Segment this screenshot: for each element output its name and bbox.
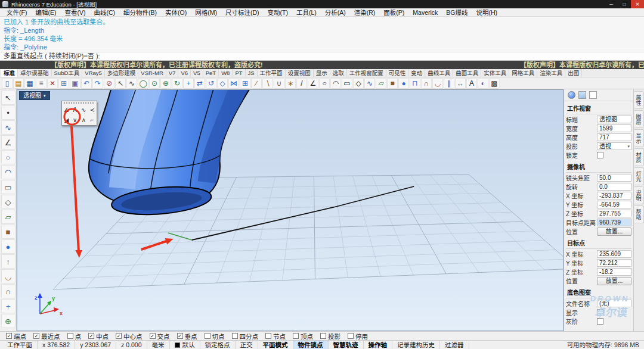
prop-checkbox-locked[interactable] <box>597 152 603 158</box>
osnap-cen[interactable]: ✓中心点 <box>116 332 143 341</box>
toolbar-tab-20[interactable]: 曲线工具 <box>425 69 453 77</box>
osnap-point[interactable]: 点 <box>67 332 82 341</box>
toolbar-tab-4[interactable]: 多边形建模 <box>105 69 139 77</box>
undo-icon[interactable]: ↶ <box>81 78 92 89</box>
osnap-near[interactable]: ✓最近点 <box>33 332 60 341</box>
toolbar-tab-5[interactable]: VSR-MR <box>138 69 166 77</box>
toggle-gumball[interactable]: 操作轴 <box>364 341 393 349</box>
prop-value-target-distance[interactable]: 960.739 <box>597 219 631 226</box>
toolbar-tab-0[interactable]: 标准 <box>1 69 18 77</box>
osnap-knot[interactable]: 节点 <box>265 332 286 341</box>
toolbar-tab-13[interactable]: 工作平面 <box>258 69 286 77</box>
panel-tab-4[interactable]: 灯光 <box>634 167 644 185</box>
box-icon[interactable]: ■ <box>1 225 16 239</box>
osnap-end[interactable]: ✓端点 <box>6 332 26 341</box>
line-icon[interactable]: / <box>296 78 307 89</box>
toolbar-tab-23[interactable]: 网格工具 <box>509 69 537 77</box>
polyline-icon[interactable]: ∠ <box>308 78 318 89</box>
move-icon[interactable]: + <box>1 299 16 313</box>
fillet-icon[interactable]: ◡ <box>1 269 16 283</box>
osnap-checkbox-point[interactable] <box>67 333 73 339</box>
toolbar-tab-21[interactable]: 曲面工具 <box>453 69 481 77</box>
arc-icon[interactable]: ◠ <box>330 78 341 89</box>
osnap-checkbox-vertex[interactable] <box>293 333 299 339</box>
osnap-checkbox-cen[interactable]: ✓ <box>116 333 122 339</box>
move-icon[interactable]: + <box>183 78 194 89</box>
viewport-title-tab[interactable]: 透视图 ▾ <box>19 91 50 100</box>
panel-tab-5[interactable]: 说明 <box>634 186 644 204</box>
polygon-icon[interactable]: ◇ <box>353 78 364 89</box>
osnap-checkbox-perp[interactable]: ✓ <box>177 333 183 339</box>
rotate-view-icon[interactable]: ↻ <box>172 78 182 89</box>
viewport-canvas[interactable]: z x y <box>17 90 563 331</box>
osnap-tan[interactable]: 切点 <box>205 332 225 341</box>
prop-value-cam-z[interactable]: 297.755 <box>597 210 631 217</box>
prop-value-tgt-z[interactable]: -18.2 <box>597 268 631 276</box>
freeform-curve-icon[interactable]: ∿ <box>364 78 375 89</box>
toolbar-tab-10[interactable]: W8 <box>219 69 233 77</box>
print-icon[interactable]: ≡ <box>36 78 47 89</box>
boolean-union-icon[interactable]: ∩ <box>421 78 432 89</box>
join-icon[interactable]: ∪ <box>274 78 284 89</box>
toolbar-tab-11[interactable]: PT <box>233 69 245 77</box>
maximize-button[interactable]: □ <box>618 0 631 8</box>
panel-tab-6[interactable]: 帮助 <box>634 205 644 223</box>
menu-item-11[interactable]: 渲染(R) <box>350 8 380 17</box>
toolbar-tab-6[interactable]: V7 <box>166 69 179 77</box>
osnap-mid[interactable]: ✓中点 <box>88 332 109 341</box>
osnap-checkbox-project[interactable] <box>320 333 326 339</box>
polygon-icon[interactable]: ◇ <box>1 195 16 209</box>
new-file-icon[interactable]: ▯ <box>2 78 13 89</box>
trim-icon[interactable]: ∕ <box>251 78 262 89</box>
toolbar-tab-14[interactable]: 设置视图 <box>286 69 314 77</box>
zoom-icon[interactable]: ⊕ <box>1 314 16 328</box>
page-tab-icon[interactable] <box>589 91 597 99</box>
object-properties-tab-icon[interactable] <box>568 91 575 99</box>
menu-item-12[interactable]: 面板(P) <box>379 8 408 17</box>
osnap-disable[interactable]: 停用 <box>348 332 368 341</box>
toolbar-tab-18[interactable]: 可见性 <box>386 69 409 77</box>
viewport-perspective[interactable]: z x y 透视图 ▾ <box>17 89 564 331</box>
menu-item-3[interactable]: 曲线(C) <box>89 8 119 17</box>
menu-item-8[interactable]: 变动(T) <box>264 8 292 17</box>
menu-item-5[interactable]: 实体(O) <box>161 8 191 17</box>
cylinder-icon[interactable]: ⊓ <box>410 78 420 89</box>
polyline-on-mesh-icon[interactable]: ◢ <box>62 115 71 125</box>
osnap-vertex[interactable]: 顶点 <box>293 332 313 341</box>
sketch-line-icon[interactable]: ʌ <box>79 115 88 125</box>
osnap-int[interactable]: ✓交点 <box>150 332 170 341</box>
menu-item-2[interactable]: 查看(V) <box>60 8 89 17</box>
osnap-checkbox-int[interactable]: ✓ <box>150 333 156 339</box>
toggle-osnap[interactable]: 物件锁点 <box>293 341 329 349</box>
prop-value-cam-x[interactable]: -293.837 <box>597 192 631 200</box>
osnap-checkbox-quad[interactable] <box>232 333 238 339</box>
boolean-icon[interactable]: ∩ <box>1 284 16 298</box>
freeform-curve-icon[interactable]: ∿ <box>79 105 88 115</box>
prop-value-width[interactable]: 1599 <box>597 124 631 132</box>
array-icon[interactable]: ⊞ <box>240 78 250 89</box>
offset-icon[interactable]: ∥ <box>444 78 454 89</box>
surface-icon[interactable]: ▱ <box>1 210 16 224</box>
menu-item-13[interactable]: Maverick <box>408 9 442 16</box>
toolbar-tab-22[interactable]: 实体工具 <box>481 69 509 77</box>
prop-value-height[interactable]: 717 <box>597 133 631 141</box>
prop-value-lens[interactable]: 50.0 <box>597 174 631 182</box>
polyline-curve[interactable] <box>192 186 414 240</box>
redo-icon[interactable]: ↷ <box>92 78 103 89</box>
toolbar-tab-1[interactable]: 卓尔谟基础 <box>18 69 52 77</box>
toggle-grid-snap[interactable]: 锁定格点 <box>200 341 236 349</box>
osnap-checkbox-mid[interactable]: ✓ <box>88 333 94 339</box>
menu-item-0[interactable]: 文件(F) <box>2 8 31 17</box>
cplane-button[interactable]: 工作平面 <box>2 341 38 349</box>
material-icon[interactable]: ◐ <box>478 78 488 89</box>
osnap-quad[interactable]: 四分点 <box>232 332 259 341</box>
panel-tab-3[interactable]: 材质 <box>634 148 644 166</box>
dimension-icon[interactable]: ↔ <box>455 78 466 89</box>
toggle-planar[interactable]: 平面模式 <box>258 341 293 349</box>
pan-view-icon[interactable]: ⊕ <box>160 78 171 89</box>
cut-icon[interactable]: ✕ <box>47 78 58 89</box>
layer-indicator[interactable]: 默认 <box>170 341 200 349</box>
menu-item-14[interactable]: BG爆线 <box>442 8 472 17</box>
arc-icon[interactable]: ◠ <box>1 165 16 179</box>
select-brush-icon[interactable]: ∿ <box>126 78 137 89</box>
